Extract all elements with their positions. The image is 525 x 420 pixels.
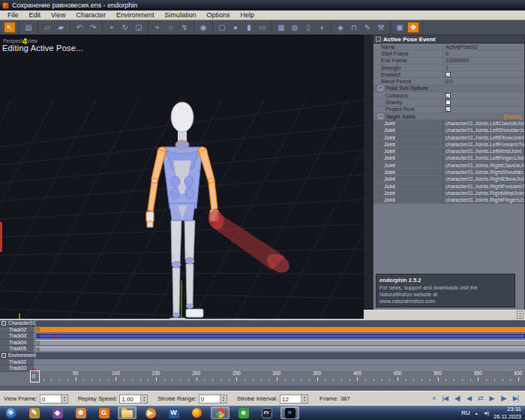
menu-edit[interactable]: Edit [24,10,46,20]
property-value[interactable]: 1 [442,64,524,71]
firefox[interactable] [188,406,206,419]
joint-value[interactable]: character01.Joints.LeftShoulderJoint [442,127,524,134]
track-bar-area[interactable] [34,359,525,366]
ik-pose-tool-button[interactable]: ⌖ [152,22,164,33]
menu-view[interactable]: View [46,10,70,20]
frame-ruler[interactable]: 501001502002503003504004505005506000▶ [0,370,525,386]
track-bar-area[interactable]: 0 [34,346,525,352]
rotate-tool-button[interactable]: ↻ [119,22,131,33]
create-geosphere-button[interactable]: ◍ [289,22,301,33]
tray-chevron-icon[interactable] [476,410,478,416]
create-capsule-button[interactable]: ▭ [256,22,268,33]
select-joints-link[interactable]: [Select] [504,113,524,120]
redo-button[interactable]: ↷ [87,22,99,33]
app-green-monster[interactable]: ☻ [234,406,253,419]
lock-tool-button[interactable]: ⊓ [348,22,360,33]
track-group-environment[interactable]: -Environment [0,352,525,359]
shield-tool-button[interactable]: ◈ [334,22,346,33]
track-label[interactable]: Track04 [0,340,34,346]
volume-icon[interactable] [483,410,488,416]
spinner[interactable]: ▴▾ [61,395,68,403]
spinner[interactable]: ▴▾ [220,395,226,403]
collapse-icon[interactable]: - [378,114,383,119]
play-button[interactable]: ▶ [490,395,494,402]
app-paint[interactable]: ❀ [71,406,90,419]
viewport-3d[interactable]: Perspect4View Editing Active Pose... [0,34,364,319]
joint-row[interactable]: Jointcharacter01.Joints.RightFingersJoin… [374,197,524,204]
copy-pose-button[interactable]: ▱ [41,22,53,33]
property-value[interactable]: 10000000 [442,57,524,64]
start-button[interactable]: ❖ [2,406,20,419]
track-group-character01[interactable]: -Character01 [0,320,525,327]
joint-value[interactable]: character01.Joints.RightFingersJoint [442,196,524,203]
spinner[interactable]: ▴▾ [140,395,147,403]
property-value[interactable]: ✓ [442,93,524,98]
menu-options[interactable]: Options [201,10,235,20]
go-to-start-button[interactable]: |◀ [442,395,448,402]
property-value[interactable]: 0 [442,50,524,57]
app-3d-modeler[interactable]: ◆ [48,406,67,419]
joint-row[interactable]: Jointcharacter01.Joints.RightClavicleJoi… [374,162,524,169]
track-bar-area[interactable]: 0 [34,327,525,334]
menu-environment[interactable]: Environment [111,10,160,20]
track-label[interactable]: Track02 [0,327,34,334]
menu-simulation[interactable]: Simulation [159,10,201,20]
spinner-down-icon[interactable]: ▾ [223,399,224,402]
track-bar[interactable]: 0 [35,346,525,352]
joint-row[interactable]: Jointcharacter01.Joints.LeftElbowJoint [374,134,524,141]
go-to-end-button[interactable]: ▶| [513,395,518,402]
collapse-icon[interactable]: - [2,321,6,326]
track-bar-area[interactable]: 0▲ [34,333,525,340]
joint-value[interactable]: character01.Joints.LeftElbowJoint [442,134,524,141]
spinner[interactable]: ▴▾ [301,395,308,403]
language-indicator[interactable]: RU [461,410,470,416]
undo-button[interactable]: ↶ [74,22,86,33]
property-value[interactable]: 0.0 [442,78,524,85]
property-value[interactable]: ActivePose02 [442,44,524,50]
joint-value[interactable]: character01.Joints.RightClavicleJoint [442,162,524,169]
paste-pose-button[interactable]: ▰ [55,22,67,33]
joint-row[interactable]: Jointcharacter01.Joints.RightShoulderJoi… [374,169,524,176]
app-heroes-iv[interactable]: IV [257,406,276,419]
checkbox-checked[interactable]: ✓ [446,72,451,77]
keyframe-marker[interactable]: ▲ [53,333,59,339]
status-input[interactable]: 12▴▾ [280,394,308,404]
collapse-icon[interactable]: - [376,37,381,42]
spinner-down-icon[interactable]: ▾ [64,399,65,402]
character-pose-tool-button[interactable]: ↯ [178,22,190,33]
joint-value[interactable]: character01.Joints.LeftFingersJoint [442,154,524,161]
panel-splitter[interactable] [364,34,373,319]
joint-value[interactable]: character01.Joints.RightWristJoint [442,190,524,196]
joint-value[interactable]: character01.Joints.RightForearmTwis... [442,183,524,190]
property-value[interactable] [442,100,524,105]
file-explorer[interactable] [118,406,136,419]
axe-tool-button[interactable]: ⚒ [375,22,387,33]
event-header[interactable]: - Active Pose Event [374,35,524,44]
create-cylinder-button[interactable]: ▮ [243,22,255,33]
create-sphere-button[interactable]: ● [230,22,242,33]
loop-toggle-button[interactable]: ⇄ [478,395,483,402]
property-value[interactable]: ✓ [442,72,524,77]
spinner-down-icon[interactable]: ▾ [143,399,145,402]
save-button[interactable]: ▤ [22,22,34,33]
play-reverse-button[interactable]: ◀ [466,395,471,402]
joint-value[interactable]: character01.Joints.LeftClavicleJoint [442,120,524,127]
manipulate-tool-button[interactable]: ◲ [133,22,145,33]
joint-row[interactable]: Jointcharacter01.Joints.RightElbowJoint [374,176,524,183]
create-capsule-h-button[interactable]: ◖ [316,22,328,33]
track-bar[interactable]: 0▲ [35,334,525,339]
track-bar[interactable]: 0 [35,327,525,332]
track-bar-area[interactable]: 0 [34,340,525,346]
head-tool-button[interactable]: ◉ [197,22,209,33]
translate-tool-button[interactable]: + [106,22,118,33]
viewport-canvas[interactable] [0,34,364,319]
active-pose-tool-button[interactable]: ❖ [407,22,419,33]
joint-row[interactable]: Jointcharacter01.Joints.LeftShoulderJoin… [374,128,524,134]
track-label[interactable]: Track05 [0,346,34,352]
screenshot-tool-button[interactable]: ▣ [394,22,406,33]
joint-value[interactable]: character01.Joints.RightElbowJoint [442,176,524,182]
step-forward-button[interactable]: |▶ [500,395,506,402]
title-bar[interactable]: Сохранение равновесия.ens - endorphin [0,0,525,10]
joint-row[interactable]: Jointcharacter01.Joints.RightForearmTwis… [374,183,524,190]
cancel-button[interactable]: × [432,395,435,402]
